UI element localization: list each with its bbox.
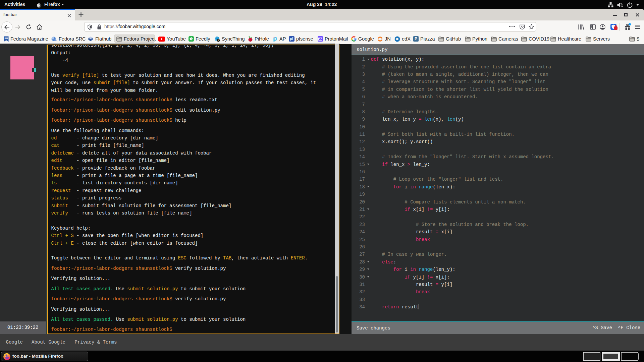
svg-text:!: ! <box>218 39 219 42</box>
svg-text:FM: FM <box>4 37 8 39</box>
